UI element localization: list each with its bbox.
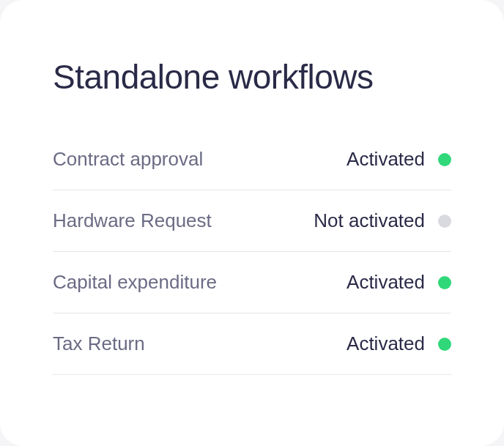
workflow-status-wrap: Activated bbox=[346, 332, 451, 355]
workflow-status-wrap: Activated bbox=[346, 148, 451, 171]
workflow-status-wrap: Activated bbox=[346, 271, 451, 294]
workflows-card: Standalone workflows Contract approval A… bbox=[0, 0, 504, 446]
workflow-row[interactable]: Capital expenditure Activated bbox=[53, 252, 451, 313]
workflow-status: Activated bbox=[346, 271, 425, 294]
status-indicator-icon bbox=[438, 276, 451, 289]
workflow-status: Activated bbox=[346, 148, 425, 171]
workflow-name: Contract approval bbox=[53, 148, 203, 171]
workflow-name: Capital expenditure bbox=[53, 271, 217, 294]
workflow-status: Activated bbox=[346, 332, 425, 355]
workflow-status: Not activated bbox=[314, 209, 425, 232]
workflow-row[interactable]: Hardware Request Not activated bbox=[53, 190, 451, 252]
workflow-row[interactable]: Tax Return Activated bbox=[53, 313, 451, 375]
workflow-name: Hardware Request bbox=[53, 209, 212, 232]
workflow-row[interactable]: Contract approval Activated bbox=[53, 142, 451, 190]
workflow-status-wrap: Not activated bbox=[314, 209, 451, 232]
workflow-name: Tax Return bbox=[53, 332, 145, 355]
workflow-list: Contract approval Activated Hardware Req… bbox=[53, 142, 451, 375]
page-title: Standalone workflows bbox=[53, 57, 451, 97]
status-indicator-icon bbox=[438, 153, 451, 166]
status-indicator-icon bbox=[438, 215, 451, 228]
status-indicator-icon bbox=[438, 338, 451, 351]
